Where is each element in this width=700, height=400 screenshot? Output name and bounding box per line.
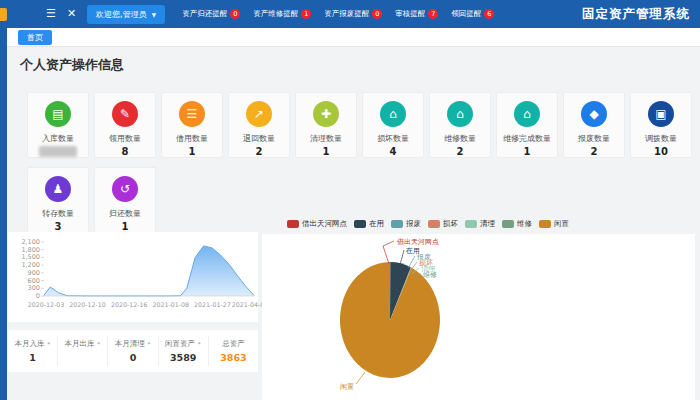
stat-card: ▤入库数量 (27, 92, 89, 158)
bullet-icon: • (197, 339, 201, 348)
house-icon: ⌂ (447, 101, 473, 127)
user-dropdown-label: 欢迎您,管理员 (96, 9, 147, 20)
legend-item[interactable]: 报废 (391, 219, 421, 229)
svg-text:2021-01-27: 2021-01-27 (194, 301, 231, 308)
nav-reminder-item[interactable]: 资产归还提醒0 (182, 9, 240, 19)
stat-value: 8 (122, 146, 129, 157)
stat-label: 清理数量 (310, 133, 342, 144)
legend-label: 在用 (369, 219, 384, 229)
stat-value: 10 (654, 146, 668, 157)
stat-value: 1 (524, 146, 531, 157)
asset-status-pie-chart: 借出天河网点在用报废损坏清理维修闲置 (262, 234, 695, 400)
app-window: ☰ ✕ 欢迎您,管理员 ▼ 资产归还提醒0资产维修提醒1资产报废提醒0审核提醒7… (0, 0, 700, 400)
hamburger-menu-icon[interactable]: ☰ (46, 0, 56, 28)
legend-item[interactable]: 借出天河网点 (287, 219, 347, 229)
nav-reminder-item[interactable]: 资产维修提醒1 (253, 9, 311, 19)
bullet-icon: • (46, 339, 50, 348)
stat-value: 3 (55, 221, 62, 232)
legend-swatch (391, 220, 403, 228)
stat-label: 维修数量 (444, 133, 476, 144)
close-icon[interactable]: ✕ (67, 0, 76, 28)
legend-swatch (465, 220, 477, 228)
svg-text:0: 0 (36, 292, 40, 300)
stat-value: 1 (122, 221, 129, 232)
svg-text:1,500: 1,500 (21, 253, 40, 261)
stat-label: 入库数量 (42, 133, 74, 144)
nav-reminder-item[interactable]: 审核提醒7 (395, 9, 438, 19)
pie-legend: 借出天河网点在用报废损坏清理维修闲置 (287, 219, 569, 229)
legend-label: 损坏 (443, 219, 458, 229)
legend-item[interactable]: 闲置 (539, 219, 569, 229)
pie-callout-label: 借出天河网点 (397, 238, 439, 246)
summary-label: 总资产 (222, 339, 245, 349)
nav-reminder-label: 资产归还提醒 (182, 9, 227, 19)
legend-item[interactable]: 损坏 (428, 219, 458, 229)
stat-card: ⌂维修完成数量1 (496, 92, 558, 158)
stat-card: ⌂损坏数量4 (362, 92, 424, 158)
money-bag-icon: ◆ (581, 101, 607, 127)
svg-text:1,200: 1,200 (21, 261, 40, 269)
nav-reminder-label: 领回提醒 (451, 9, 481, 19)
nav-reminder-item[interactable]: 领回提醒6 (451, 9, 494, 19)
top-navbar: ☰ ✕ 欢迎您,管理员 ▼ 资产归还提醒0资产维修提醒1资产报废提醒0审核提醒7… (0, 0, 700, 28)
summary-label: 本月清理• (115, 339, 151, 349)
stat-card: ☰借用数量1 (161, 92, 223, 158)
bar-chart-icon: ▤ (45, 101, 71, 127)
summary-value: 3863 (220, 352, 246, 363)
nav-reminder-item[interactable]: 资产报废提醒0 (324, 9, 382, 19)
stat-label: 借用数量 (176, 133, 208, 144)
stat-card: ♟转存数量3 (27, 167, 89, 233)
stat-card: ✚清理数量1 (295, 92, 357, 158)
stat-label: 调拨数量 (645, 133, 677, 144)
stat-value: 2 (256, 146, 263, 157)
summary-stat: 本月入库•1 (8, 336, 58, 366)
legend-label: 闲置 (554, 219, 569, 229)
summary-value: 0 (130, 352, 137, 363)
stat-card: ⌂维修数量2 (429, 92, 491, 158)
stat-label: 损坏数量 (377, 133, 409, 144)
pie-slice[interactable] (340, 262, 440, 378)
stat-card: ↺归还数量1 (94, 167, 156, 233)
user-dropdown[interactable]: 欢迎您,管理员 ▼ (87, 5, 165, 24)
legend-swatch (539, 220, 551, 228)
svg-text:300: 300 (28, 284, 40, 292)
stat-label: 归还数量 (109, 208, 141, 219)
legend-item[interactable]: 清理 (465, 219, 495, 229)
pie-callout-label: 维修 (423, 271, 437, 279)
app-logo (0, 8, 7, 21)
summary-label: 本月出库• (65, 339, 101, 349)
svg-text:1,800: 1,800 (21, 246, 40, 254)
legend-label: 报废 (406, 219, 421, 229)
return-icon: ↺ (112, 176, 138, 202)
app-title: 固定资产管理系统 (582, 6, 690, 23)
svg-text:2,100: 2,100 (21, 238, 40, 246)
chevron-down-icon: ▼ (152, 11, 157, 18)
trend-chart-panel: 03006009001,2001,5001,8002,1002020-12-03… (8, 232, 258, 322)
stat-card: ◆报废数量2 (563, 92, 625, 158)
redacted-value (39, 146, 77, 157)
document-icon: ✎ (112, 101, 138, 127)
summary-stat: 本月清理•0 (108, 336, 158, 366)
legend-label: 借出天河网点 (302, 219, 347, 229)
legend-swatch (354, 220, 366, 228)
stat-card: ↗退回数量2 (228, 92, 290, 158)
legend-item[interactable]: 维修 (502, 219, 532, 229)
tab-home[interactable]: 首页 (18, 30, 52, 45)
legend-swatch (502, 220, 514, 228)
summary-label: 闲置资产• (165, 339, 201, 349)
stat-card: ✎领用数量8 (94, 92, 156, 158)
pie-callout-label: 闲置 (340, 383, 354, 391)
legend-item[interactable]: 在用 (354, 219, 384, 229)
legend-label: 维修 (517, 219, 532, 229)
stat-label: 维修完成数量 (503, 133, 551, 144)
notification-badge: 7 (428, 9, 438, 19)
stat-label: 退回数量 (243, 133, 275, 144)
pie-chart-panel: 借出天河网点在用报废损坏清理维修闲置 (262, 234, 695, 400)
tab-bar: 首页 (7, 28, 700, 47)
svg-text:2020-12-03: 2020-12-03 (28, 301, 65, 308)
collapsed-sidebar (0, 28, 7, 400)
notification-badge: 0 (230, 9, 240, 19)
notification-badge: 1 (301, 9, 311, 19)
notification-badge: 0 (372, 9, 382, 19)
bullet-icon: • (147, 339, 151, 348)
